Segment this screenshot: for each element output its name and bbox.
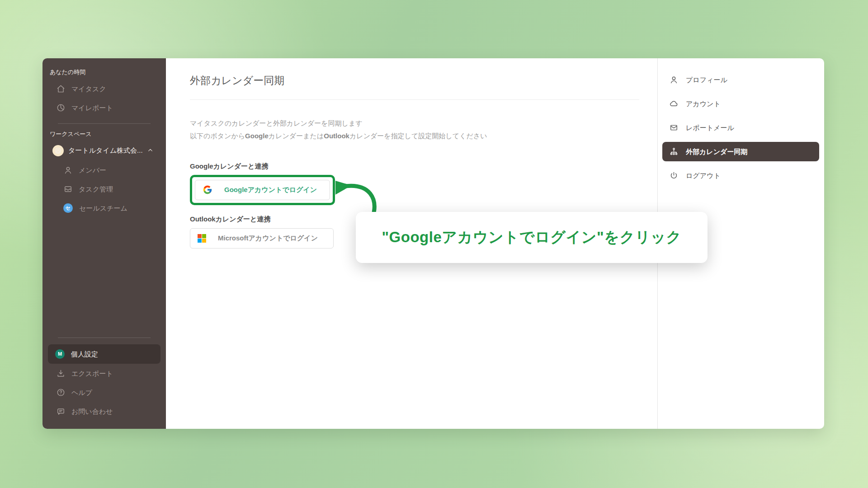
settings-item-logout[interactable]: ログアウト	[662, 166, 819, 185]
description-line1: マイタスクのカレンダーと外部カレンダーを同期します	[190, 119, 363, 127]
logout-icon	[670, 171, 678, 180]
calendar-sync-icon	[670, 147, 678, 156]
section-your-time-label: あなたの時間	[42, 68, 166, 76]
sidebar-item-my-report[interactable]: マイレポート	[42, 98, 166, 117]
title-divider	[190, 99, 639, 100]
highlight-box: Googleアカウントでログイン	[190, 175, 335, 205]
home-icon	[56, 84, 65, 93]
left-sidebar: あなたの時間 マイタスク マイレポート ワークスペース 😆 タートルタイム株式会…	[42, 58, 166, 429]
sidebar-item-label: マイタスク	[71, 85, 106, 92]
sidebar-spacer	[42, 218, 166, 331]
sync-description: マイタスクのカレンダーと外部カレンダーを同期します 以下のボタンからGoogle…	[190, 117, 639, 142]
report-icon	[56, 103, 65, 112]
sidebar-item-label: お問い合わせ	[71, 408, 113, 415]
sidebar-item-sales-team[interactable]: セ セールスチーム	[42, 198, 166, 218]
microsoft-logo-icon	[198, 234, 206, 243]
page-title: 外部カレンダー同期	[190, 74, 639, 88]
chevron-up-icon	[147, 147, 153, 155]
workspace-avatar: 😆	[52, 145, 64, 156]
help-icon	[56, 388, 65, 397]
export-icon	[56, 369, 65, 378]
sales-team-avatar: セ	[63, 203, 73, 213]
sidebar-item-members[interactable]: メンバー	[42, 160, 166, 179]
settings-item-label: 外部カレンダー同期	[686, 148, 747, 155]
report-mail-icon	[670, 123, 678, 132]
sidebar-item-contact[interactable]: お問い合わせ	[42, 402, 166, 421]
user-avatar: M	[55, 349, 65, 359]
sidebar-item-label: エクスポート	[71, 370, 113, 377]
sidebar-divider	[58, 338, 151, 338]
microsoft-login-label: Microsoftアカウントでログイン	[218, 234, 318, 243]
settings-item-label: アカウント	[686, 100, 721, 107]
profile-icon	[670, 75, 678, 84]
microsoft-login-button[interactable]: Microsoftアカウントでログイン	[190, 228, 334, 249]
settings-item-label: プロフィール	[686, 76, 727, 83]
settings-item-label: レポートメール	[686, 124, 734, 131]
sidebar-item-label: タスク管理	[79, 186, 113, 192]
sidebar-item-export[interactable]: エクスポート	[42, 364, 166, 383]
sidebar-divider	[58, 123, 151, 124]
annotation-tooltip: "Googleアカウントでログイン"をクリック	[356, 212, 708, 263]
task-manage-icon	[63, 184, 72, 193]
google-login-button[interactable]: Googleアカウントでログイン	[195, 180, 330, 200]
members-icon	[63, 165, 72, 174]
settings-item-report-mail[interactable]: レポートメール	[662, 118, 819, 137]
settings-item-account[interactable]: アカウント	[662, 94, 819, 113]
sidebar-item-help[interactable]: ヘルプ	[42, 383, 166, 402]
google-logo-icon	[203, 185, 212, 195]
contact-icon	[56, 407, 65, 416]
section-workspace-label: ワークスペース	[42, 130, 166, 138]
sidebar-item-label: ヘルプ	[71, 389, 92, 396]
annotation-text: "Googleアカウントでログイン"をクリック	[382, 227, 681, 248]
sidebar-item-my-tasks[interactable]: マイタスク	[42, 79, 166, 98]
workspace-name: タートルタイム株式会...	[68, 146, 143, 155]
settings-item-label: ログアウト	[686, 172, 721, 179]
settings-item-external-calendar-sync[interactable]: 外部カレンダー同期	[662, 142, 819, 161]
sidebar-item-label: マイレポート	[71, 104, 113, 111]
google-section-heading: Googleカレンダーと連携	[190, 162, 639, 171]
sidebar-item-label: セールスチーム	[79, 205, 127, 211]
settings-item-profile[interactable]: プロフィール	[662, 70, 819, 89]
workspace-selector[interactable]: 😆 タートルタイム株式会...	[42, 141, 166, 160]
account-icon	[670, 99, 678, 108]
sidebar-item-task-management[interactable]: タスク管理	[42, 179, 166, 198]
sidebar-item-personal-settings[interactable]: M 個人設定	[48, 344, 160, 364]
sidebar-item-label: メンバー	[79, 167, 106, 174]
sidebar-item-label: 個人設定	[71, 351, 98, 357]
google-login-label: Googleアカウントでログイン	[224, 186, 317, 194]
